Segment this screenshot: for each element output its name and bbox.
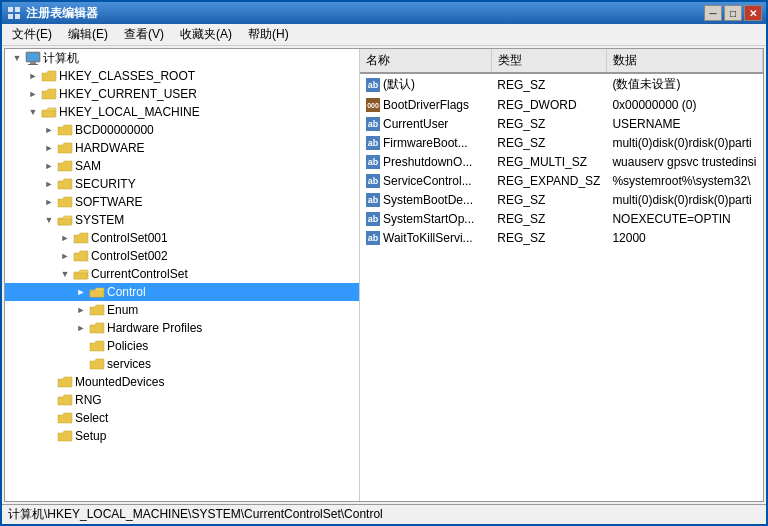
expand-icon-security bbox=[41, 176, 57, 192]
tree-item-setup-label: Setup bbox=[75, 429, 106, 443]
folder-icon-mounteddevices bbox=[57, 375, 73, 389]
tree-item-enum-label: Enum bbox=[107, 303, 138, 317]
svg-rect-2 bbox=[8, 14, 13, 19]
cell-name: abSystemBootDe... bbox=[360, 191, 491, 210]
cell-name: ab(默认) bbox=[360, 73, 491, 96]
folder-icon-security bbox=[57, 177, 73, 191]
reg-value-icon: ab bbox=[366, 136, 380, 150]
tree-item-hardware[interactable]: HARDWARE bbox=[5, 139, 359, 157]
folder-icon-select bbox=[57, 411, 73, 425]
cell-data: multi(0)disk(0)rdisk(0)parti bbox=[606, 191, 762, 210]
tree-item-computer[interactable]: 计算机 bbox=[5, 49, 359, 67]
tree-item-bcd[interactable]: BCD00000000 bbox=[5, 121, 359, 139]
folder-icon-ccs001 bbox=[73, 231, 89, 245]
table-row[interactable]: abServiceControl...REG_EXPAND_SZ%systemr… bbox=[360, 172, 763, 191]
expand-icon-computer bbox=[9, 50, 25, 66]
cell-data: wuauserv gpsvc trustedinsi bbox=[606, 153, 762, 172]
tree-item-hwprofiles-label: Hardware Profiles bbox=[107, 321, 202, 335]
table-row[interactable]: abPreshutdownO...REG_MULTI_SZwuauserv gp… bbox=[360, 153, 763, 172]
folder-icon-hkcu bbox=[41, 87, 57, 101]
menu-view[interactable]: 查看(V) bbox=[116, 24, 172, 45]
tree-item-hkcu-label: HKEY_CURRENT_USER bbox=[59, 87, 197, 101]
expand-icon-software bbox=[41, 194, 57, 210]
cell-name: abCurrentUser bbox=[360, 115, 491, 134]
close-button[interactable]: ✕ bbox=[744, 5, 762, 21]
main-window: 注册表编辑器 ─ □ ✕ 文件(E) 编辑(E) 查看(V) 收藏夹(A) 帮助… bbox=[0, 0, 768, 526]
computer-icon bbox=[25, 51, 41, 65]
table-row[interactable]: 000BootDriverFlagsREG_DWORD0x00000000 (0… bbox=[360, 96, 763, 115]
tree-item-currentcontrolset[interactable]: CurrentControlSet bbox=[5, 265, 359, 283]
folder-icon-hwprofiles bbox=[89, 321, 105, 335]
expand-icon-hkcr bbox=[25, 68, 41, 84]
tree-pane[interactable]: 计算机 HKEY_CLASSES_ROOT bbox=[5, 49, 360, 501]
tree-item-security[interactable]: SECURITY bbox=[5, 175, 359, 193]
svg-rect-5 bbox=[27, 53, 39, 61]
tree-item-rng[interactable]: RNG bbox=[5, 391, 359, 409]
folder-icon-setup bbox=[57, 429, 73, 443]
folder-icon-policies bbox=[89, 339, 105, 353]
table-row[interactable]: abSystemBootDe...REG_SZmulti(0)disk(0)rd… bbox=[360, 191, 763, 210]
folder-icon-system bbox=[57, 213, 73, 227]
tree-item-mounteddevices-label: MountedDevices bbox=[75, 375, 164, 389]
svg-rect-1 bbox=[15, 7, 20, 12]
cell-type: REG_EXPAND_SZ bbox=[491, 172, 606, 191]
table-row[interactable]: ab(默认)REG_SZ(数值未设置) bbox=[360, 73, 763, 96]
tree-item-hkcr[interactable]: HKEY_CLASSES_ROOT bbox=[5, 67, 359, 85]
cell-name: abFirmwareBoot... bbox=[360, 134, 491, 153]
tree-item-software[interactable]: SOFTWARE bbox=[5, 193, 359, 211]
folder-icon-ccs002 bbox=[73, 249, 89, 263]
tree-item-system[interactable]: SYSTEM bbox=[5, 211, 359, 229]
tree-item-ccs002-label: ControlSet002 bbox=[91, 249, 168, 263]
tree-item-hklm[interactable]: HKEY_LOCAL_MACHINE bbox=[5, 103, 359, 121]
tree-item-control[interactable]: Control bbox=[5, 283, 359, 301]
tree-item-software-label: SOFTWARE bbox=[75, 195, 143, 209]
tree-item-ccs001[interactable]: ControlSet001 bbox=[5, 229, 359, 247]
tree-item-services[interactable]: services bbox=[5, 355, 359, 373]
tree-item-policies-label: Policies bbox=[107, 339, 148, 353]
svg-rect-6 bbox=[30, 62, 36, 64]
menu-edit[interactable]: 编辑(E) bbox=[60, 24, 116, 45]
svg-rect-0 bbox=[8, 7, 13, 12]
cell-name: abPreshutdownO... bbox=[360, 153, 491, 172]
menu-favorites[interactable]: 收藏夹(A) bbox=[172, 24, 240, 45]
folder-icon-bcd bbox=[57, 123, 73, 137]
tree-item-select[interactable]: Select bbox=[5, 409, 359, 427]
tree-item-ccs002[interactable]: ControlSet002 bbox=[5, 247, 359, 265]
tree-item-setup[interactable]: Setup bbox=[5, 427, 359, 445]
cell-data: NOEXECUTE=OPTIN bbox=[606, 210, 762, 229]
minimize-button[interactable]: ─ bbox=[704, 5, 722, 21]
folder-icon-services bbox=[89, 357, 105, 371]
reg-value-icon: ab bbox=[366, 231, 380, 245]
menu-help[interactable]: 帮助(H) bbox=[240, 24, 297, 45]
folder-icon-sam bbox=[57, 159, 73, 173]
table-row[interactable]: abSystemStartOp...REG_SZNOEXECUTE=OPTIN bbox=[360, 210, 763, 229]
table-row[interactable]: abFirmwareBoot...REG_SZmulti(0)disk(0)rd… bbox=[360, 134, 763, 153]
table-row[interactable]: abCurrentUserREG_SZUSERNAME bbox=[360, 115, 763, 134]
menu-file[interactable]: 文件(E) bbox=[4, 24, 60, 45]
tree-item-enum[interactable]: Enum bbox=[5, 301, 359, 319]
tree-item-computer-label: 计算机 bbox=[43, 50, 79, 67]
window-controls: ─ □ ✕ bbox=[704, 5, 762, 21]
tree-item-sam[interactable]: SAM bbox=[5, 157, 359, 175]
maximize-button[interactable]: □ bbox=[724, 5, 742, 21]
tree-item-rng-label: RNG bbox=[75, 393, 102, 407]
expand-icon-rng bbox=[41, 392, 57, 408]
expand-icon-setup bbox=[41, 428, 57, 444]
title-bar: 注册表编辑器 ─ □ ✕ bbox=[2, 2, 766, 24]
status-bar: 计算机\HKEY_LOCAL_MACHINE\SYSTEM\CurrentCon… bbox=[2, 504, 766, 524]
reg-value-icon: ab bbox=[366, 78, 380, 92]
tree-item-hkcu[interactable]: HKEY_CURRENT_USER bbox=[5, 85, 359, 103]
folder-icon-rng bbox=[57, 393, 73, 407]
expand-icon-enum bbox=[73, 302, 89, 318]
expand-icon-sam bbox=[41, 158, 57, 174]
tree-item-ccs-label: CurrentControlSet bbox=[91, 267, 188, 281]
table-row[interactable]: abWaitToKillServi...REG_SZ12000 bbox=[360, 229, 763, 248]
tree-item-hwprofiles[interactable]: Hardware Profiles bbox=[5, 319, 359, 337]
detail-scroll[interactable]: 名称 类型 数据 ab(默认)REG_SZ(数值未设置)000BootDrive… bbox=[360, 49, 763, 501]
status-path: 计算机\HKEY_LOCAL_MACHINE\SYSTEM\CurrentCon… bbox=[8, 506, 383, 523]
tree-item-hardware-label: HARDWARE bbox=[75, 141, 145, 155]
expand-icon-hklm bbox=[25, 104, 41, 120]
tree-item-mounteddevices[interactable]: MountedDevices bbox=[5, 373, 359, 391]
tree-item-policies[interactable]: Policies bbox=[5, 337, 359, 355]
tree-item-sam-label: SAM bbox=[75, 159, 101, 173]
